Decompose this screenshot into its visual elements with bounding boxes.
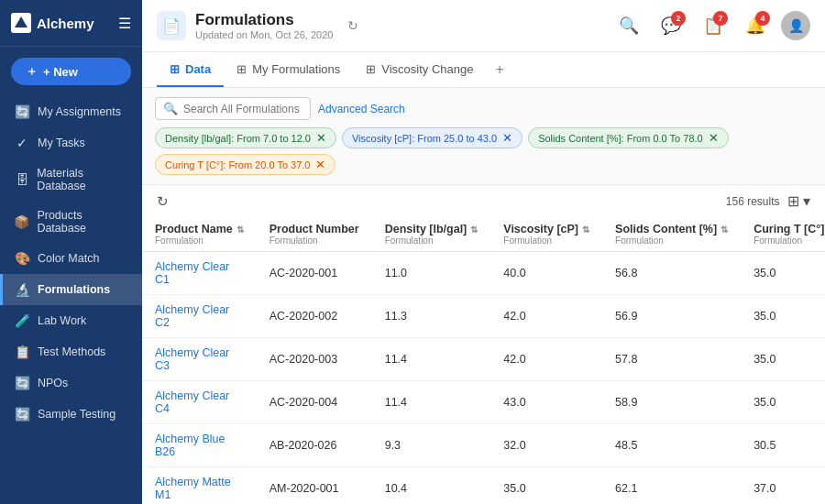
- search-box[interactable]: 🔍: [155, 97, 311, 120]
- cell-solids_content: 56.9: [602, 295, 741, 338]
- sidebar-item-products-database[interactable]: 📦Products Database: [0, 201, 142, 243]
- cell-product_name[interactable]: Alchemy Matte M1: [142, 467, 257, 505]
- sidebar-logo: Alchemy: [11, 13, 94, 33]
- advanced-search-link[interactable]: Advanced Search: [318, 103, 405, 115]
- cell-product_name[interactable]: Alchemy Clear C1: [142, 252, 257, 295]
- products-database-icon: 📦: [14, 214, 29, 229]
- sidebar-item-materials-database[interactable]: 🗄Materials Database: [0, 159, 142, 201]
- cell-curing_t: 35.0: [741, 338, 825, 381]
- bell-badge: 4: [755, 11, 770, 26]
- chip-close-icon[interactable]: ✕: [315, 158, 325, 171]
- filter-chip-density[interactable]: Density [lb/gal]: From 7.0 to 12.0✕: [155, 127, 336, 148]
- my-formulations-tab-label: My Formulations: [252, 62, 340, 76]
- sidebar-item-label: Materials Database: [37, 167, 131, 192]
- sidebar-item-my-tasks[interactable]: ✓My Tasks: [0, 127, 142, 159]
- sidebar-item-color-match[interactable]: 🎨Color Match: [0, 243, 142, 274]
- svg-marker-0: [15, 16, 28, 27]
- table-body: Alchemy Clear C1AC-2020-00111.040.056.83…: [142, 252, 825, 505]
- new-button-icon: ＋: [26, 63, 38, 80]
- col-sub: Formulation: [503, 236, 589, 246]
- cell-density: 11.4: [372, 338, 491, 381]
- filter-chip-curing[interactable]: Curing T [C°]: From 20.0 To 37.0✕: [155, 154, 336, 175]
- filter-chips: Density [lb/gal]: From 7.0 to 12.0✕Visco…: [155, 127, 812, 175]
- toolbar-right: 156 results ⊞ ▾: [726, 192, 810, 210]
- sidebar-item-test-methods[interactable]: 📋Test Methods: [0, 336, 142, 367]
- table-row: Alchemy Clear C2AC-2020-00211.342.056.93…: [142, 295, 825, 338]
- add-tab-button[interactable]: +: [486, 52, 512, 87]
- col-sub: Formulation: [615, 236, 728, 246]
- cell-curing_t: 30.5: [741, 424, 825, 467]
- chat-badge: 2: [671, 11, 686, 26]
- cell-product_name[interactable]: Alchemy Clear C4: [142, 381, 257, 424]
- cell-curing_t: 35.0: [741, 252, 825, 295]
- sidebar-item-label: My Assignments: [38, 105, 121, 118]
- test-methods-icon: 📋: [14, 345, 30, 359]
- search-button[interactable]: 🔍: [612, 9, 645, 42]
- tab-data[interactable]: ⊞Data: [157, 53, 224, 87]
- col-viscosity[interactable]: Viscosity [cP]⇅Formulation: [490, 217, 602, 252]
- my-tasks-icon: ✓: [14, 136, 30, 150]
- col-sub: Formulation: [270, 236, 359, 246]
- chip-label: Solids Content [%]: From 0.0 To 78.0: [538, 133, 703, 144]
- cell-product_number: AC-2020-002: [257, 295, 372, 338]
- sidebar-item-npos[interactable]: 🔄NPOs: [0, 367, 142, 399]
- table-area: ↻ 156 results ⊞ ▾ Product Name⇅Formulati…: [142, 185, 825, 504]
- color-match-icon: 🎨: [14, 251, 30, 266]
- sidebar-item-sample-testing[interactable]: 🔄Sample Testing: [0, 399, 142, 430]
- filter-chip-viscosity[interactable]: Viscosity [cP]: From 25.0 to 43.0✕: [342, 127, 522, 148]
- cell-product_number: AB-2020-026: [257, 424, 372, 467]
- sidebar-item-label: Products Database: [37, 209, 131, 235]
- logo-icon: [11, 13, 31, 33]
- chip-close-icon[interactable]: ✕: [709, 131, 719, 145]
- chip-close-icon[interactable]: ✕: [502, 131, 512, 145]
- refresh-icon[interactable]: ↻: [347, 18, 358, 33]
- tab-viscosity-change[interactable]: ⊞Viscosity Change: [353, 53, 486, 87]
- cell-solids_content: 57.8: [602, 338, 741, 381]
- sidebar-item-my-assignments[interactable]: 🔄My Assignments: [0, 96, 142, 127]
- tab-my-formulations[interactable]: ⊞My Formulations: [224, 53, 353, 87]
- table-row: Alchemy Clear C3AC-2020-00311.442.057.83…: [142, 338, 825, 381]
- sidebar: Alchemy ☰ ＋ + New 🔄My Assignments✓My Tas…: [0, 0, 142, 504]
- column-layout-icon[interactable]: ⊞ ▾: [787, 192, 810, 210]
- cell-product_name[interactable]: Alchemy Blue B26: [142, 424, 257, 467]
- new-button-label: + New: [43, 65, 78, 79]
- cell-solids_content: 62.1: [602, 467, 741, 505]
- col-curing-t[interactable]: Curing T [C°]⇅Formulation: [741, 217, 825, 252]
- col-solids-content[interactable]: Solids Content [%]⇅Formulation: [602, 217, 741, 252]
- chat-button[interactable]: 💬 2: [654, 9, 688, 42]
- cell-product_name[interactable]: Alchemy Clear C3: [142, 338, 257, 381]
- header-actions: 🔍 💬 2 📋 7 🔔 4 👤: [612, 9, 810, 42]
- clipboard-badge: 7: [713, 11, 728, 26]
- main-content: 📄 Formulations Updated on Mon, Oct 26, 2…: [142, 0, 825, 504]
- data-tab-icon: ⊞: [170, 62, 180, 76]
- table-refresh-button[interactable]: ↻: [157, 193, 169, 210]
- lab-work-icon: 🧪: [14, 313, 30, 328]
- col-product-name[interactable]: Product Name⇅Formulation: [142, 217, 257, 252]
- sidebar-item-label: Sample Testing: [38, 408, 116, 421]
- table-row: Alchemy Matte M1AM-2020-00110.435.062.13…: [142, 467, 825, 505]
- sample-testing-icon: 🔄: [14, 407, 30, 422]
- chip-close-icon[interactable]: ✕: [316, 131, 326, 145]
- avatar[interactable]: 👤: [781, 11, 810, 40]
- my-assignments-icon: 🔄: [14, 104, 30, 119]
- bell-button[interactable]: 🔔 4: [739, 9, 772, 42]
- logo-text: Alchemy: [37, 16, 94, 31]
- cell-density: 11.3: [372, 295, 491, 338]
- col-sub: Formulation: [155, 236, 244, 246]
- page-icon: 📄: [157, 11, 186, 40]
- col-density[interactable]: Density [lb/gal]⇅Formulation: [372, 217, 491, 252]
- clipboard-button[interactable]: 📋 7: [697, 9, 730, 42]
- my-formulations-tab-icon: ⊞: [236, 62, 247, 76]
- sidebar-item-formulations[interactable]: 🔬Formulations: [0, 274, 142, 305]
- new-button[interactable]: ＋ + New: [11, 58, 131, 85]
- filter-chip-solids[interactable]: Solids Content [%]: From 0.0 To 78.0✕: [528, 127, 729, 148]
- viscosity-change-tab-icon: ⊞: [366, 62, 376, 76]
- top-header: 📄 Formulations Updated on Mon, Oct 26, 2…: [142, 0, 825, 52]
- hamburger-icon[interactable]: ☰: [118, 15, 131, 32]
- search-input[interactable]: [183, 103, 302, 115]
- sidebar-item-lab-work[interactable]: 🧪Lab Work: [0, 305, 142, 336]
- sidebar-nav: 🔄My Assignments✓My Tasks🗄Materials Datab…: [0, 96, 142, 504]
- sidebar-header: Alchemy ☰: [0, 0, 142, 47]
- sidebar-item-label: Formulations: [38, 283, 110, 296]
- cell-product_name[interactable]: Alchemy Clear C2: [142, 295, 257, 338]
